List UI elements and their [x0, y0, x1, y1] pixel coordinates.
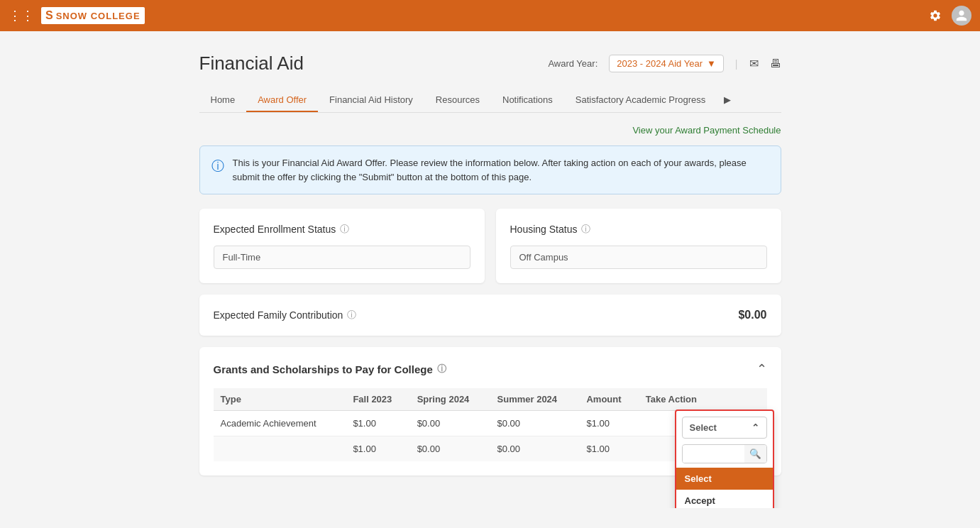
dropdown-search-container: 🔍	[682, 444, 767, 463]
row-fall2023: $1.00	[346, 436, 409, 462]
info-text: This is your Financial Aid Award Offer. …	[233, 156, 769, 184]
housing-help-icon[interactable]: ⓘ	[581, 223, 590, 236]
page-title: Financial Aid	[199, 53, 304, 75]
avatar[interactable]	[952, 6, 971, 26]
chevron-down-icon: ▼	[707, 58, 716, 69]
info-box: ⓘ This is your Financial Aid Award Offer…	[199, 145, 781, 194]
efc-help-icon[interactable]: ⓘ	[347, 309, 356, 321]
info-icon: ⓘ	[211, 157, 224, 184]
top-navigation: ⋮⋮ S SNOW COLLEGE	[0, 0, 980, 31]
print-icon[interactable]: 🖶	[770, 57, 781, 70]
main-content: Financial Aid Award Year: 2023 - 2024 Ai…	[185, 31, 795, 508]
col-take-action: Take Action Select ⌃ 🔍 Select	[639, 388, 767, 411]
row-amount: $1.00	[579, 411, 638, 436]
housing-status-card: Housing Status ⓘ Off Campus	[496, 209, 781, 283]
chevron-up-icon: ⌃	[751, 422, 759, 433]
grants-help-icon[interactable]: ⓘ	[437, 363, 446, 375]
page-header: Financial Aid Award Year: 2023 - 2024 Ai…	[199, 53, 781, 75]
awards-table: Type Fall 2023 Spring 2024 Summer 2024 A…	[214, 388, 767, 461]
grants-card: Grants and Scholarships to Pay for Colle…	[199, 347, 781, 475]
award-year-select[interactable]: 2023 - 2024 Aid Year ▼	[609, 55, 724, 72]
row-summer2024: $0.00	[490, 411, 580, 436]
col-fall2023: Fall 2023	[346, 388, 409, 411]
enrollment-status-title: Expected Enrollment Status ⓘ	[214, 223, 470, 236]
nav-left: ⋮⋮ S SNOW COLLEGE	[9, 7, 145, 24]
award-year-section: Award Year: 2023 - 2024 Aid Year ▼ | ✉ 🖶	[548, 55, 781, 72]
grid-icon[interactable]: ⋮⋮	[9, 8, 34, 23]
award-year-label: Award Year:	[548, 58, 598, 69]
dropdown-search-button[interactable]: 🔍	[744, 445, 766, 463]
logo[interactable]: S SNOW COLLEGE	[41, 7, 145, 24]
tab-resources[interactable]: Resources	[424, 89, 491, 112]
tab-home[interactable]: Home	[199, 89, 247, 112]
email-icon[interactable]: ✉	[749, 57, 759, 70]
tab-award-offer[interactable]: Award Offer	[246, 89, 318, 112]
tab-financial-aid-history[interactable]: Financial Aid History	[318, 89, 424, 112]
status-cards-row: Expected Enrollment Status ⓘ Full-Time H…	[199, 209, 781, 283]
housing-status-title: Housing Status ⓘ	[510, 223, 767, 236]
dropdown-option-select[interactable]: Select	[676, 468, 773, 490]
efc-value: $0.00	[738, 309, 766, 321]
nav-tabs: Home Award Offer Financial Aid History R…	[199, 89, 781, 113]
efc-label: Expected Family Contribution ⓘ	[214, 309, 357, 321]
divider-line: |	[735, 58, 738, 70]
tabs-more-icon[interactable]: ▶	[717, 89, 738, 112]
enrollment-help-icon[interactable]: ⓘ	[340, 223, 349, 236]
row-amount: $1.00	[579, 436, 638, 462]
efc-card: Expected Family Contribution ⓘ $0.00	[199, 295, 781, 336]
payment-schedule-link[interactable]: View your Award Payment Schedule	[632, 125, 781, 136]
grants-title: Grants and Scholarships to Pay for Colle…	[214, 363, 446, 375]
payment-link-container: View your Award Payment Schedule	[199, 124, 781, 136]
tab-satisfactory-academic-progress[interactable]: Satisfactory Academic Progress	[564, 89, 717, 112]
col-type: Type	[214, 388, 346, 411]
enrollment-status-value: Full-Time	[214, 246, 470, 269]
dropdown-select-button[interactable]: Select ⌃	[682, 417, 767, 439]
take-action-dropdown: Select ⌃ 🔍 Select Accept Decline M	[675, 409, 774, 508]
dropdown-option-accept[interactable]: Accept	[676, 490, 773, 508]
row-spring2024: $0.00	[410, 436, 490, 462]
enrollment-status-card: Expected Enrollment Status ⓘ Full-Time	[199, 209, 485, 283]
row-type	[214, 436, 346, 462]
grants-header: Grants and Scholarships to Pay for Colle…	[214, 361, 767, 377]
collapse-button[interactable]: ⌃	[756, 361, 767, 377]
logo-s-letter: S	[45, 9, 53, 22]
row-type: Academic Achievement	[214, 411, 346, 436]
award-year-value: 2023 - 2024 Aid Year	[617, 58, 703, 69]
dropdown-selected-label: Select	[690, 422, 717, 433]
nav-right	[929, 6, 971, 26]
settings-icon[interactable]	[929, 9, 942, 22]
dropdown-search-input[interactable]	[683, 446, 744, 463]
housing-status-value: Off Campus	[510, 246, 767, 269]
col-amount: Amount	[579, 388, 638, 411]
col-summer2024: Summer 2024	[490, 388, 580, 411]
col-spring2024: Spring 2024	[410, 388, 490, 411]
row-spring2024: $0.00	[410, 411, 490, 436]
tab-notifications[interactable]: Notifications	[491, 89, 564, 112]
row-summer2024: $0.00	[490, 436, 580, 462]
logo-text: SNOW COLLEGE	[56, 11, 141, 21]
row-fall2023: $1.00	[346, 411, 409, 436]
